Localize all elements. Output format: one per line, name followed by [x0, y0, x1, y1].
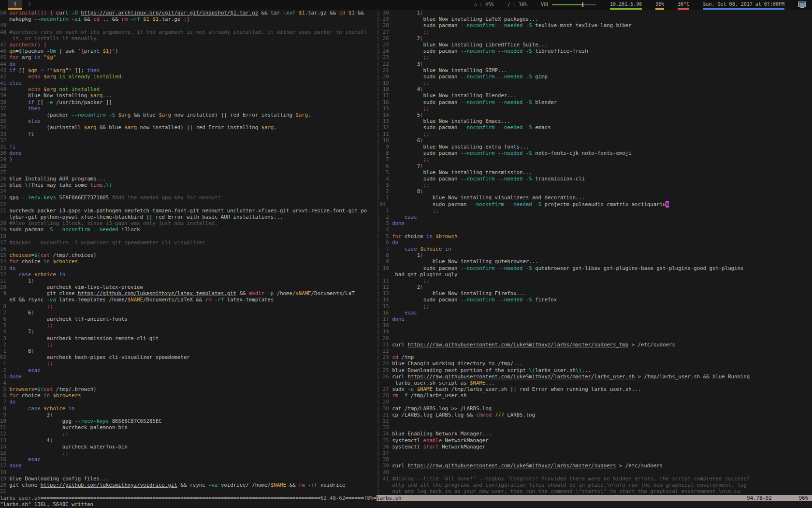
line-number: 5 — [0, 322, 9, 329]
line-number: 5 — [0, 386, 9, 392]
code-line: | 30 cat /tmp/LARBS.log >> /LARBS.log — [377, 405, 812, 412]
code-line: | 1 blue Now installing visualizers and … — [377, 194, 812, 201]
line-number: 6 — [0, 392, 9, 399]
line-number: 3 — [0, 335, 9, 342]
line-number: 27 — [0, 169, 9, 176]
line-number: | — [377, 488, 392, 494]
line-number: 49 — [0, 22, 9, 29]
code-line: | 39 curl https://raw.githubusercontent.… — [377, 463, 812, 469]
code-line: | 19 ;; — [377, 80, 812, 86]
line-number: 62 — [0, 354, 9, 360]
code-line: | 10 6) — [377, 137, 812, 144]
code-line: | 28 rm -f /tmp/larbs_user.sh — [377, 392, 812, 399]
line-number: | 23 — [377, 354, 392, 360]
line-number: 37 — [0, 105, 9, 112]
line-number: | 40 — [377, 469, 392, 476]
workspace-tag-2[interactable]: 2 — [22, 0, 37, 10]
code-line: 23 gpg --recv-keys 5FAF0A6EE7371805 #Add… — [0, 194, 377, 201]
code-line: | 24 sudo pacman --noconfirm --needed -S… — [377, 48, 812, 54]
code-line: 8 ;; — [0, 303, 377, 310]
line-number: 19 — [0, 476, 9, 482]
code-line: | 37 — [377, 450, 812, 456]
code-line: 26 blue Installing AUR programs... — [0, 176, 377, 182]
monitor-tray-icon[interactable] — [798, 0, 806, 10]
code-line: 24 — [0, 188, 377, 194]
vim-left-pane-larbs_user.sh[interactable]: 50 aurinstall() { curl -O https://aur.ar… — [0, 10, 377, 495]
code-line: 3 aurcheck transmission-remote-cli-git — [0, 335, 377, 342]
code-line: | 5 blue Now installing transmission... — [377, 169, 812, 176]
line-number: 7 — [0, 399, 9, 405]
code-line: 49 — [0, 22, 377, 29]
line-number: | 6 — [377, 163, 392, 169]
code-line: 16 — [0, 246, 377, 252]
line-number: 29 — [0, 156, 9, 163]
code-line: 40 echo $arg not installed — [0, 86, 377, 92]
line-number: 17 — [0, 239, 9, 246]
home-icon: ⌂ — [474, 0, 477, 10]
line-number: | 13 — [377, 290, 392, 297]
line-number: | 27 — [377, 386, 392, 392]
code-line: | 24 blue Changin working directory to /… — [377, 360, 812, 367]
line-number: 20 — [0, 482, 9, 488]
line-number: 18 — [0, 233, 9, 239]
line-number — [0, 35, 9, 42]
code-line: 7 do — [0, 399, 377, 405]
line-number: | 39 — [377, 463, 392, 469]
terminal-window: 50 aurinstall() { curl -O https://aur.ar… — [0, 10, 812, 508]
code-line: | ully and all the programs and configur… — [377, 482, 812, 488]
code-line: 37 then — [0, 105, 377, 112]
line-number: | 30 — [377, 10, 392, 16]
volume-slider[interactable] — [552, 0, 596, 10]
line-number: | 11 — [377, 131, 392, 137]
line-number: 13 — [0, 265, 9, 271]
line-number: | 24 — [377, 360, 392, 367]
code-line: | 36 systemctl start NetworkManager — [377, 444, 812, 450]
line-number: 13 — [0, 437, 9, 444]
line-number: 15 — [0, 450, 9, 456]
code-line: | 28 sudo pacman --noconfirm --needed -S… — [377, 22, 812, 29]
code-line: 19 blue Downloading config files... — [0, 476, 377, 482]
code-line: 47 aurcheck() { — [0, 42, 377, 48]
disk-root-module: /: 36% — [508, 0, 527, 10]
vim-statuslines: larbs_user.sh===========================… — [0, 495, 812, 501]
line-number: 12 — [0, 431, 9, 437]
line-number: | 18 — [377, 322, 392, 329]
line-number: | 12 — [377, 124, 392, 131]
line-number: 23 — [0, 194, 9, 201]
code-line: | 3 done — [377, 220, 812, 226]
line-number: | 20 — [377, 335, 392, 342]
line-number: | 35 — [377, 437, 392, 444]
code-line: | -bad gst-plugins-ugly — [377, 271, 812, 278]
line-number: 11 — [0, 424, 9, 431]
line-number: 4 — [0, 329, 9, 335]
line-number: 21 — [0, 208, 9, 214]
code-line: 41 else — [0, 80, 377, 86]
line-number: | 30 — [377, 405, 392, 412]
line-number — [0, 16, 9, 22]
line-number: | 7 — [377, 156, 392, 163]
code-line: | 8 sudo pacman --noconfirm --needed -S … — [377, 150, 812, 156]
code-line: | 29 — [377, 399, 812, 405]
workspace-tag-1[interactable]: 1 — [8, 0, 22, 10]
code-line: 46 qm=$(pacman -Qm | awk '{print $1}') — [0, 48, 377, 54]
line-number: 9 — [0, 290, 9, 297]
line-number: 1 — [0, 360, 9, 367]
line-number: 16 — [0, 456, 9, 463]
volume-handle[interactable] — [582, 2, 583, 7]
code-line: | 17 blue Now installing Blender... — [377, 92, 812, 99]
line-number: 17 — [0, 463, 9, 469]
statusline-ruler-position: 94,78-92 — [747, 495, 771, 501]
code-line: 14 for choice in $choices — [0, 258, 377, 265]
code-line: | 15 ;; — [377, 105, 812, 112]
vim-right-pane-larbs.sh[interactable]: | 30 1)| 29 blue Now installing LaTeX pa… — [377, 10, 812, 495]
line-number: 30 — [0, 150, 9, 156]
line-number: 8 — [0, 405, 9, 412]
code-line: 42 echo $arg is already installed. — [0, 74, 377, 80]
line-number: | 29 — [377, 16, 392, 22]
code-line: | 20 sudo pacman --noconfirm --needed -S… — [377, 74, 812, 80]
code-line: | 26 curl https://raw.githubusercontent.… — [377, 374, 812, 380]
code-line: | 14 5) — [377, 112, 812, 118]
code-line: 33 fi — [0, 131, 377, 137]
line-number: | 22 — [377, 348, 392, 354]
line-number: 48 — [0, 29, 9, 35]
